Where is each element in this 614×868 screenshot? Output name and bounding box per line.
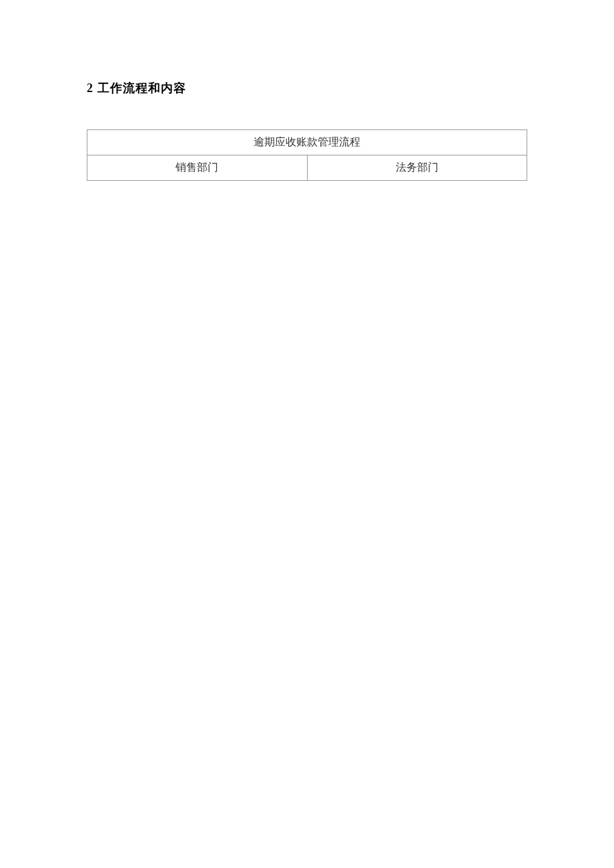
table-department-row: 销售部门 法务部门 bbox=[87, 155, 527, 181]
table-department-cell: 法务部门 bbox=[307, 155, 527, 181]
table-title-row: 逾期应收账款管理流程 bbox=[87, 130, 527, 155]
workflow-table: 逾期应收账款管理流程 销售部门 法务部门 bbox=[87, 129, 527, 181]
section-heading: 2 工作流程和内容 bbox=[87, 80, 527, 96]
table-department-cell: 销售部门 bbox=[87, 155, 308, 181]
table-title-cell: 逾期应收账款管理流程 bbox=[87, 130, 527, 155]
document-page: 2 工作流程和内容 逾期应收账款管理流程 销售部门 法务部门 bbox=[0, 0, 614, 181]
